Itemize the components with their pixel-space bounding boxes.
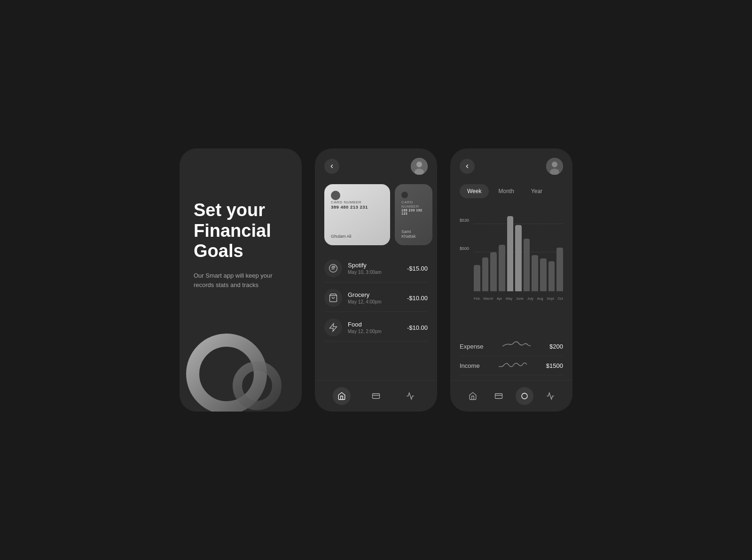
card-secondary[interactable]: CARD NUMBER 189 230 152 123 Sami Khattak	[395, 184, 432, 245]
decorative-area	[180, 308, 302, 412]
x-label-aug: Aug	[537, 296, 543, 301]
x-label-june: June	[516, 296, 524, 301]
avatar-3	[546, 158, 563, 175]
chart-bar-8	[540, 258, 547, 291]
screen-1: Set your Financial Goals Our Smart app w…	[180, 148, 302, 412]
bottom-nav-3	[450, 380, 572, 412]
transactions-list: Spotify May 10, 3:00am -$15.00 Grocery M…	[315, 250, 437, 380]
x-label-sept: Sept	[547, 296, 554, 301]
x-label-feb: Feb	[474, 296, 480, 301]
transaction-info-spotify: Spotify May 10, 3:00am	[348, 262, 407, 275]
x-label-apr: Apr	[497, 296, 502, 301]
nav-wallet-3[interactable]	[490, 387, 508, 405]
transaction-date-food: May 12, 2:00pm	[348, 329, 407, 334]
chart-bar-2	[490, 252, 497, 291]
back-button-2[interactable]	[324, 159, 339, 174]
income-sparkline-icon	[499, 360, 527, 371]
chart-bar-3	[499, 245, 505, 291]
card-chip-icon	[331, 191, 340, 200]
expense-sparkline-icon	[502, 341, 531, 352]
legend-expense: Expense $200	[460, 337, 563, 356]
chart-y-530: $530	[460, 218, 469, 223]
legend-section: Expense $200 Income $1500	[450, 332, 572, 380]
tab-year[interactable]: Year	[524, 184, 550, 198]
transaction-name-grocery: Grocery	[348, 291, 407, 298]
chart-bar-4	[507, 216, 514, 291]
transaction-amount-food: -$10.00	[407, 324, 428, 331]
card2-name: Sami Khattak	[401, 229, 426, 239]
x-label-oct: Oct	[557, 296, 563, 301]
card1-name: Ghulam Ali	[331, 234, 384, 239]
legend-income-value: $1500	[546, 362, 563, 369]
spotify-icon	[324, 259, 342, 277]
small-ring-icon	[231, 360, 283, 412]
avatar-2	[411, 158, 428, 175]
tab-week[interactable]: Week	[460, 184, 489, 198]
transaction-grocery[interactable]: Grocery May 12, 4:00pm -$10.00	[324, 284, 428, 312]
nav-home-2[interactable]	[333, 387, 351, 405]
svg-point-11	[552, 162, 557, 167]
svg-rect-8	[372, 394, 379, 399]
nav-home-3[interactable]	[464, 387, 482, 405]
card1-label: CARD NUMBER	[331, 200, 384, 204]
back-button-3[interactable]	[460, 159, 475, 174]
screen2-header	[315, 148, 437, 179]
screen1-subtitle: Our Smart app will keep your records sta…	[194, 271, 288, 289]
bottom-nav-2	[315, 380, 437, 412]
transaction-info-grocery: Grocery May 12, 4:00pm	[348, 291, 407, 304]
x-label-may: May	[506, 296, 512, 301]
chart-bar-10	[556, 248, 563, 291]
cards-section: CARD NUMBER 389 480 213 231 Ghulam Ali C…	[315, 179, 437, 250]
transaction-food[interactable]: Food May 12, 2:00pm -$10.00	[324, 314, 428, 342]
x-label-july: July	[527, 296, 533, 301]
screen-3: Week Month Year $530 $500	[450, 148, 572, 412]
screen-2: CARD NUMBER 389 480 213 231 Ghulam Ali C…	[315, 148, 437, 412]
transaction-spotify[interactable]: Spotify May 10, 3:00am -$15.00	[324, 255, 428, 282]
tab-month[interactable]: Month	[491, 184, 521, 198]
legend-income-label: Income	[460, 362, 480, 369]
chart-bar-6	[524, 239, 530, 291]
transaction-name-spotify: Spotify	[348, 262, 407, 269]
chart-bar-0	[474, 265, 480, 291]
chart-bar-7	[532, 255, 538, 291]
svg-rect-13	[495, 394, 502, 399]
svg-marker-7	[330, 324, 337, 332]
screen3-header	[450, 148, 572, 179]
nav-trend-3[interactable]	[541, 387, 559, 405]
chart-bar-1	[482, 257, 489, 291]
legend-expense-label: Expense	[460, 343, 484, 350]
chart-x-labels: Feb March Apr May June July Aug Sept Oct	[474, 296, 563, 301]
chart-section: $530 $500	[450, 198, 572, 332]
svg-point-3	[416, 162, 422, 167]
nav-chart-2[interactable]	[401, 387, 419, 405]
chart-bar-5	[515, 225, 522, 291]
svg-point-15	[522, 393, 527, 399]
svg-point-1	[237, 366, 277, 405]
screens-container: Set your Financial Goals Our Smart app w…	[161, 130, 591, 430]
svg-point-5	[329, 264, 337, 272]
transaction-amount-spotify: -$15.00	[407, 265, 428, 272]
legend-expense-value: $200	[549, 343, 563, 350]
card2-chip-icon	[401, 192, 408, 198]
nav-wallet-2[interactable]	[367, 387, 385, 405]
card2-number: 189 230 152 123	[401, 209, 426, 215]
grocery-icon	[324, 289, 342, 307]
chart-bars	[474, 216, 563, 291]
legend-income: Income $1500	[460, 356, 563, 375]
screen1-title: Set your Financial Goals	[194, 200, 288, 262]
period-tabs: Week Month Year	[450, 179, 572, 198]
transaction-name-food: Food	[348, 321, 407, 328]
transaction-date-grocery: May 12, 4:00pm	[348, 299, 407, 304]
chart-y-500: $500	[460, 246, 469, 251]
chart-bar-9	[548, 261, 555, 291]
nav-circle-3[interactable]	[516, 387, 533, 405]
card1-number: 389 480 213 231	[331, 204, 384, 210]
card-primary[interactable]: CARD NUMBER 389 480 213 231 Ghulam Ali	[324, 184, 390, 245]
x-label-march: March	[483, 296, 493, 301]
card2-label: CARD NUMBER	[401, 200, 426, 209]
transaction-info-food: Food May 12, 2:00pm	[348, 321, 407, 334]
transaction-amount-grocery: -$10.00	[407, 295, 428, 302]
transaction-date-spotify: May 10, 3:00am	[348, 270, 407, 275]
food-icon	[324, 319, 342, 336]
